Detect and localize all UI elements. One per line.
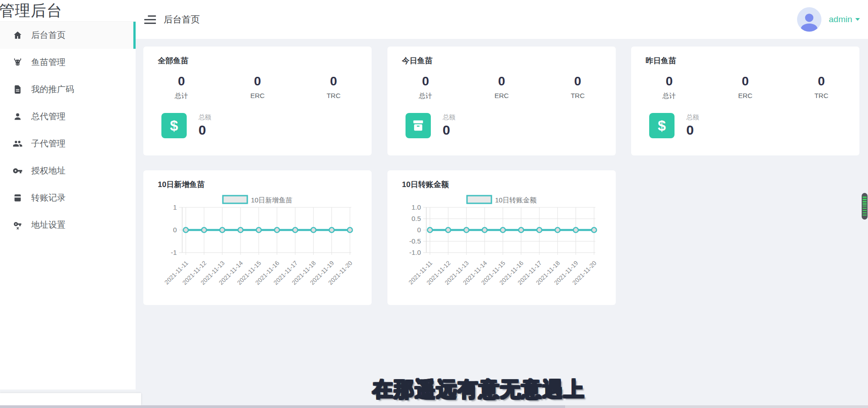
stats-row: 0 总计 0 ERC 0 TRC xyxy=(387,74,616,100)
new-fry-line-chart: 10日新增鱼苗10-12021-11-112021-11-122021-11-1… xyxy=(143,189,372,305)
stat-erc: 0 ERC xyxy=(219,74,295,100)
record-book-icon xyxy=(13,193,23,203)
total-value: 0 xyxy=(443,122,455,138)
stat-value: 0 xyxy=(219,74,295,89)
line-chart-svg: 10日转账金额1.00.50-0.5-1.02021-11-112021-11-… xyxy=(387,189,616,306)
group-icon xyxy=(13,139,23,149)
sidebar-item-sub-agent[interactable]: 子代管理 xyxy=(0,130,136,157)
stat-trc: 0 TRC xyxy=(296,74,372,100)
stat-erc: 0 ERC xyxy=(463,74,539,100)
stat-label: TRC xyxy=(296,92,372,99)
stat-trc: 0 TRC xyxy=(783,74,859,100)
svg-text:0.5: 0.5 xyxy=(411,215,421,222)
total-row: $ 总额 0 xyxy=(161,113,372,138)
svg-text:0: 0 xyxy=(173,226,177,234)
stats-row: 0 总计 0 ERC 0 TRC xyxy=(143,74,372,100)
sidebar: 管理后台 后台首页 xyxy=(0,0,136,390)
sidebar-item-label: 总代管理 xyxy=(31,111,66,122)
stat-trc: 0 TRC xyxy=(540,74,616,100)
svg-text:-1.0: -1.0 xyxy=(409,249,421,256)
stat-value: 0 xyxy=(296,74,372,89)
cow-icon xyxy=(13,57,23,67)
avatar-person-icon xyxy=(797,9,821,32)
horizontal-scrollbar-track xyxy=(0,405,868,408)
sidebar-item-label: 后台首页 xyxy=(31,29,66,41)
svg-text:-0.5: -0.5 xyxy=(409,237,421,245)
chart-card-transfer-amount: 10日转账金额 10日转账金额1.00.50-0.5-1.02021-11-11… xyxy=(387,170,616,305)
sidebar-item-home[interactable]: 后台首页 xyxy=(0,22,136,49)
stat-total: 0 总计 xyxy=(631,74,707,100)
key-icon xyxy=(13,166,23,176)
stat-label: 总计 xyxy=(631,92,707,100)
stat-total: 0 总计 xyxy=(143,74,219,100)
stat-label: ERC xyxy=(463,92,539,99)
person-icon xyxy=(13,112,23,122)
stat-label: TRC xyxy=(783,92,859,99)
stat-card-yesterday-fry: 昨日鱼苗 0 总计 0 ERC 0 TRC $ 总额 0 xyxy=(631,47,859,155)
stat-value: 0 xyxy=(143,74,219,89)
sidebar-item-label: 鱼苗管理 xyxy=(31,56,66,68)
stat-label: 总计 xyxy=(387,92,463,100)
sidebar-item-label: 地址设置 xyxy=(31,219,66,231)
sidebar-item-label: 子代管理 xyxy=(31,138,66,150)
card-title: 昨日鱼苗 xyxy=(631,47,859,66)
total-row: $ 总额 0 xyxy=(649,113,859,138)
sidebar-item-general-agent[interactable]: 总代管理 xyxy=(0,103,136,130)
home-icon xyxy=(13,30,23,40)
chevron-down-icon xyxy=(855,18,860,21)
stat-value: 0 xyxy=(631,74,707,89)
stat-label: TRC xyxy=(540,92,616,99)
total-value: 0 xyxy=(198,122,211,138)
page-title: 后台首页 xyxy=(164,14,200,26)
sidebar-item-transfer-records[interactable]: 转账记录 xyxy=(0,184,136,211)
archive-box-icon xyxy=(406,113,431,138)
sidebar-menu: 后台首页 鱼苗管理 xyxy=(0,22,136,239)
sidebar-item-address-settings[interactable]: 地址设置 xyxy=(0,211,136,239)
total-value: 0 xyxy=(686,122,699,138)
stats-row: 0 总计 0 ERC 0 TRC xyxy=(631,74,859,100)
stat-label: ERC xyxy=(707,92,783,99)
user-menu[interactable]: admin xyxy=(797,7,868,32)
sidebar-item-label: 授权地址 xyxy=(31,165,66,177)
svg-text:1.0: 1.0 xyxy=(411,203,421,211)
key-off-icon xyxy=(13,220,23,230)
dollar-icon: $ xyxy=(161,113,187,138)
svg-text:0: 0 xyxy=(417,226,421,234)
horizontal-scrollbar-thumb[interactable] xyxy=(0,405,565,408)
stat-value: 0 xyxy=(783,74,859,89)
svg-text:10日转账金额: 10日转账金额 xyxy=(495,196,537,204)
stat-label: 总计 xyxy=(143,92,219,100)
line-chart-svg: 10日新增鱼苗10-12021-11-112021-11-122021-11-1… xyxy=(143,189,372,306)
chart-title: 10日新增鱼苗 xyxy=(143,170,372,190)
svg-text:-1: -1 xyxy=(171,249,177,256)
karaoke-subtitle: 在那遥远有意无意遇上 xyxy=(373,376,585,403)
sidebar-bottom-divider xyxy=(0,389,136,393)
sidebar-item-label: 我的推广码 xyxy=(31,84,74,95)
total-row: 总额 0 xyxy=(406,113,616,138)
stat-card-today-fry: 今日鱼苗 0 总计 0 ERC 0 TRC xyxy=(387,47,616,155)
stat-total: 0 总计 xyxy=(387,74,463,100)
sidebar-item-fry-management[interactable]: 鱼苗管理 xyxy=(0,49,136,76)
svg-text:1: 1 xyxy=(173,203,177,211)
bottom-left-panel xyxy=(0,393,141,405)
vertical-scrollbar-thumb[interactable] xyxy=(862,193,868,220)
dollar-icon: $ xyxy=(649,113,675,138)
brand-title: 管理后台 xyxy=(0,0,136,22)
chart-card-new-fry: 10日新增鱼苗 10日新增鱼苗10-12021-11-112021-11-122… xyxy=(143,170,372,305)
sidebar-item-authorized-address[interactable]: 授权地址 xyxy=(0,157,136,184)
stat-value: 0 xyxy=(707,74,783,89)
stat-value: 0 xyxy=(387,74,463,89)
document-icon xyxy=(13,84,23,94)
hamburger-icon[interactable] xyxy=(144,15,156,24)
chart-title: 10日转账金额 xyxy=(387,170,616,190)
total-label: 总额 xyxy=(686,113,699,122)
avatar[interactable] xyxy=(797,7,821,32)
sidebar-item-promo-code[interactable]: 我的推广码 xyxy=(0,76,136,103)
stat-value: 0 xyxy=(463,74,539,89)
admin-dashboard: 管理后台 后台首页 xyxy=(0,0,868,408)
sidebar-item-label: 转账记录 xyxy=(31,192,66,204)
scroll-stripes xyxy=(863,197,867,217)
top-header: 后台首页 admin xyxy=(136,0,868,39)
stat-card-all-fry: 全部鱼苗 0 总计 0 ERC 0 TRC $ 总额 0 xyxy=(143,47,372,155)
username[interactable]: admin xyxy=(829,14,852,24)
